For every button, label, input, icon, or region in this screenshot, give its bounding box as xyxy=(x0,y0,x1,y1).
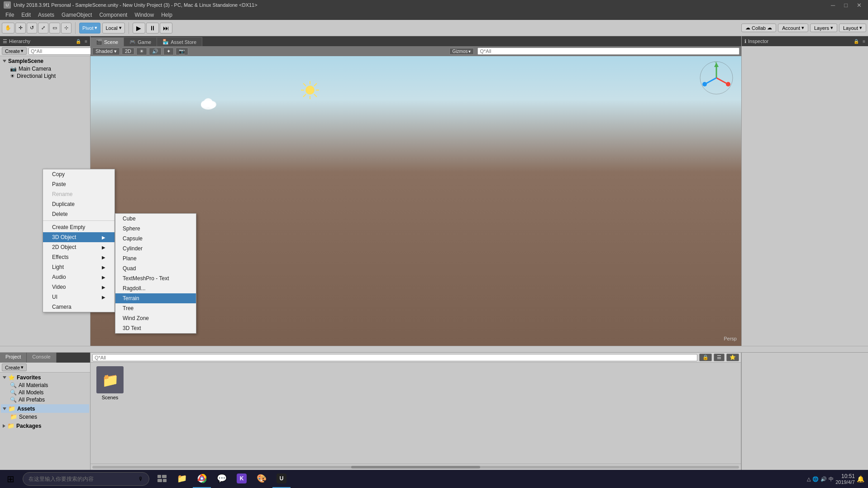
titlebar-controls[interactable]: ─ □ ✕ xyxy=(828,2,864,9)
ctx-paste[interactable]: Paste xyxy=(43,179,114,189)
layout-button[interactable]: Layout ▾ xyxy=(839,24,866,32)
transform-tool-button[interactable]: ⊹ xyxy=(61,23,72,33)
step-button[interactable]: ⏭ xyxy=(160,23,172,33)
project-lock-button[interactable]: 🔒 xyxy=(699,354,712,361)
menu-gameobject[interactable]: GameObject xyxy=(58,11,95,19)
menu-assets[interactable]: Assets xyxy=(34,11,58,19)
project-tab-project[interactable]: Project xyxy=(0,353,27,363)
favorites-header[interactable]: ⭐ Favorites xyxy=(1,373,89,382)
2d-button[interactable]: 2D xyxy=(122,48,134,55)
ctx-video[interactable]: Video ▶ xyxy=(43,282,114,292)
project-tab-console[interactable]: Console xyxy=(27,353,56,363)
submenu-terrain[interactable]: Terrain xyxy=(115,293,196,303)
favorites-all-prefabs[interactable]: 🔍 All Prefabs xyxy=(1,396,89,403)
pause-button[interactable]: ⏸ xyxy=(146,23,159,33)
taskbar-file-explorer[interactable]: 📁 xyxy=(173,470,191,488)
asset-scenes-folder[interactable]: 📁 Scenes xyxy=(94,366,126,400)
submenu-cylinder[interactable]: Cylinder xyxy=(115,244,196,254)
ctx-duplicate[interactable]: Duplicate xyxy=(43,199,114,209)
hierarchy-item-directional-light[interactable]: ☀ Directional Light xyxy=(8,72,89,80)
lighting-button[interactable]: ☀ xyxy=(136,48,147,55)
taskbar-search-input[interactable] xyxy=(29,476,135,482)
ctx-create-empty[interactable]: Create Empty xyxy=(43,222,114,232)
ctx-camera[interactable]: Camera xyxy=(43,302,114,312)
submenu-quad[interactable]: Quad xyxy=(115,263,196,273)
taskbar-kinmaster[interactable]: K xyxy=(233,470,251,488)
effects-button[interactable]: ✦ xyxy=(163,48,174,55)
submenu-cube[interactable]: Cube xyxy=(115,214,196,224)
project-main-search-input[interactable] xyxy=(92,354,697,361)
hierarchy-create-button[interactable]: Create ▾ xyxy=(2,47,27,55)
submenu-plane[interactable]: Plane xyxy=(115,254,196,263)
hierarchy-scene[interactable]: SampleScene xyxy=(1,57,89,65)
submenu-textmeshpro[interactable]: TextMeshPro - Text xyxy=(115,273,196,283)
favorites-all-materials[interactable]: 🔍 All Materials xyxy=(1,382,89,389)
submenu-wind-zone[interactable]: Wind Zone xyxy=(115,313,196,323)
rect-tool-button[interactable]: ▭ xyxy=(49,23,60,33)
scroll-thumb[interactable] xyxy=(351,466,481,469)
scene-tab-asset-store[interactable]: 🏪 Asset Store xyxy=(157,37,202,46)
submenu-3d-text[interactable]: 3D Text xyxy=(115,323,196,333)
inspector-menu-icon[interactable]: ≡ xyxy=(863,39,865,44)
volume-icon[interactable]: 🔊 xyxy=(820,476,827,482)
project-create-button[interactable]: Create ▾ xyxy=(2,364,27,371)
expand-tray-icon[interactable]: △ xyxy=(807,476,811,482)
inspector-pin-icon[interactable]: 🔒 xyxy=(854,39,859,44)
favorites-all-models[interactable]: 🔍 All Models xyxy=(1,389,89,396)
menu-edit[interactable]: Edit xyxy=(18,11,34,19)
minimize-button[interactable]: ─ xyxy=(828,2,838,9)
hidden-objects-button[interactable]: 📷 xyxy=(176,48,188,55)
project-scrollbar[interactable] xyxy=(91,464,741,470)
collab-button[interactable]: ☁ Collab ☁ xyxy=(741,24,776,32)
menu-window[interactable]: Window xyxy=(131,11,157,19)
scene-tab-scene[interactable]: 🎬 Scene xyxy=(91,37,124,46)
hierarchy-item-main-camera[interactable]: 📷 Main Camera xyxy=(8,65,89,72)
menu-component[interactable]: Component xyxy=(95,11,131,19)
ctx-delete[interactable]: Delete xyxy=(43,209,114,219)
local-button[interactable]: Local ▾ xyxy=(102,23,124,33)
start-button[interactable]: ⊞ xyxy=(0,470,21,488)
scene-tab-game[interactable]: 🎮 Game xyxy=(124,37,157,46)
layers-button[interactable]: Layers ▾ xyxy=(810,24,837,32)
project-star-button[interactable]: ⭐ xyxy=(726,354,739,361)
audio-button[interactable]: 🔊 xyxy=(149,48,162,55)
scene-search-input[interactable] xyxy=(477,48,739,55)
pivot-button[interactable]: Pivot ▾ xyxy=(79,23,100,33)
ctx-3d-object[interactable]: 3D Object ▶ xyxy=(43,232,114,242)
scale-tool-button[interactable]: ⤢ xyxy=(38,23,48,33)
submenu-capsule[interactable]: Capsule xyxy=(115,234,196,244)
ctx-audio[interactable]: Audio ▶ xyxy=(43,272,114,282)
submenu-ragdoll[interactable]: Ragdoll... xyxy=(115,283,196,293)
packages-header[interactable]: 📁 Packages xyxy=(1,421,89,430)
taskbar-time[interactable]: 10:51 2019/4/7 xyxy=(835,473,855,485)
scene-gizmo[interactable]: Y xyxy=(698,60,734,96)
menu-file[interactable]: File xyxy=(2,11,18,19)
hierarchy-pin-icon[interactable]: 🔒 xyxy=(76,39,81,44)
submenu-tree[interactable]: Tree xyxy=(115,303,196,313)
assets-scenes[interactable]: 📁 Scenes xyxy=(1,413,89,421)
ctx-effects[interactable]: Effects ▶ xyxy=(43,252,114,262)
taskbar-wechat[interactable]: 💬 xyxy=(213,470,231,488)
hierarchy-search-input[interactable] xyxy=(29,48,95,55)
taskbar-search[interactable]: 🎙 xyxy=(23,472,149,486)
gizmos-dropdown[interactable]: Gizmos ▾ xyxy=(449,48,474,55)
shading-mode-dropdown[interactable]: Shaded ▾ xyxy=(92,48,120,55)
taskbar-unity[interactable]: U xyxy=(272,470,291,488)
network-icon[interactable]: 🌐 xyxy=(812,476,819,482)
ctx-light[interactable]: Light ▶ xyxy=(43,262,114,272)
taskbar-app6[interactable]: 🎨 xyxy=(253,470,271,488)
assets-header[interactable]: 📁 Assets xyxy=(1,404,89,413)
ctx-copy[interactable]: Copy xyxy=(43,169,114,179)
taskbar-task-view[interactable] xyxy=(153,470,171,488)
submenu-sphere[interactable]: Sphere xyxy=(115,224,196,234)
maximize-button[interactable]: □ xyxy=(841,2,850,9)
notification-icon[interactable]: 🔔 xyxy=(857,475,864,483)
project-filter-button[interactable]: ☰ xyxy=(714,354,725,361)
account-button[interactable]: Account ▾ xyxy=(778,24,808,32)
close-button[interactable]: ✕ xyxy=(854,2,864,9)
hierarchy-menu-icon[interactable]: ≡ xyxy=(85,39,87,44)
hand-tool-button[interactable]: ✋ xyxy=(2,23,14,33)
ctx-ui[interactable]: UI ▶ xyxy=(43,292,114,302)
move-tool-button[interactable]: ✛ xyxy=(15,23,26,33)
menu-help[interactable]: Help xyxy=(157,11,176,19)
